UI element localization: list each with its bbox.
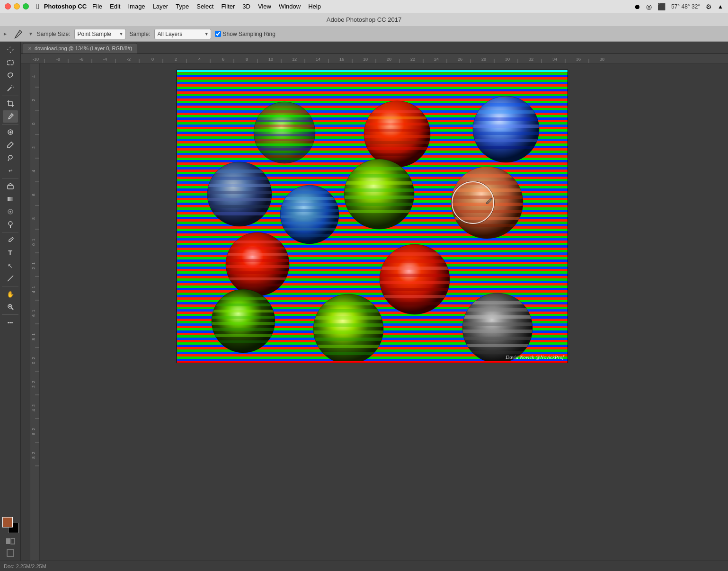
clone-stamp-tool[interactable] — [3, 152, 18, 164]
svg-rect-188 — [449, 181, 525, 185]
pen-tool[interactable] — [3, 234, 18, 246]
svg-text:38: 38 — [600, 57, 604, 62]
svg-text:16: 16 — [339, 57, 344, 62]
svg-rect-159 — [205, 191, 274, 194]
eyedropper-tool-icon[interactable] — [11, 27, 25, 41]
svg-rect-167 — [343, 174, 416, 178]
app-name[interactable]: Photoshop CC — [44, 3, 87, 10]
sample-size-label: Sample Size: — [37, 31, 71, 37]
svg-rect-189 — [449, 188, 525, 192]
gradient-tool[interactable] — [3, 193, 18, 205]
eraser-tool[interactable] — [3, 180, 18, 192]
menu-layer[interactable]: Layer — [149, 2, 172, 11]
svg-rect-224 — [210, 316, 276, 319]
sample-select-wrapper[interactable]: All Layers Current Layer Current & Below… — [154, 29, 211, 39]
screen-mode-button[interactable] — [3, 547, 18, 559]
lasso-tool[interactable] — [3, 69, 18, 81]
blur-tool[interactable] — [3, 205, 18, 218]
history-tool[interactable]: ↩ — [3, 164, 18, 177]
color-swatches-container — [2, 517, 18, 533]
show-sampling-ring-label[interactable]: Show Sampling Ring — [215, 31, 275, 37]
move-tool[interactable] — [3, 44, 18, 56]
svg-text:22: 22 — [410, 57, 415, 62]
healing-tool[interactable] — [3, 126, 18, 138]
brush-tool[interactable] — [3, 139, 18, 151]
menu-3d[interactable]: 3D — [239, 2, 254, 11]
canvas-viewport[interactable]: David Novick @NovickProf — [40, 63, 728, 561]
svg-rect-225 — [210, 322, 276, 325]
menu-view[interactable]: View — [254, 2, 275, 11]
sample-select[interactable]: All Layers Current Layer Current & Below — [154, 29, 211, 39]
menu-file[interactable]: File — [89, 2, 106, 11]
svg-rect-190 — [449, 196, 525, 199]
quick-mask-button[interactable] — [3, 535, 18, 547]
svg-rect-214 — [378, 281, 452, 284]
svg-text:6: 6 — [31, 194, 36, 196]
recording-icon: ⏺ — [634, 3, 640, 10]
svg-rect-201 — [224, 253, 291, 256]
svg-rect-237 — [312, 338, 385, 341]
svg-text:20: 20 — [387, 57, 391, 62]
svg-rect-203 — [224, 265, 291, 268]
zoom-tool[interactable] — [3, 301, 18, 313]
eyedropper-tool[interactable] — [3, 110, 18, 123]
tab-close-icon[interactable]: ✕ — [28, 46, 32, 51]
foreground-color-swatch[interactable] — [2, 517, 13, 527]
app-title: Adobe Photoshop CC 2017 — [327, 16, 401, 23]
apple-menu[interactable]:  — [36, 2, 39, 11]
sample-size-select[interactable]: Point Sample 3 by 3 Average 5 by 5 Avera… — [74, 29, 126, 39]
svg-line-6 — [12, 86, 13, 86]
svg-rect-25 — [6, 538, 10, 544]
svg-rect-141 — [362, 147, 433, 150]
svg-rect-137 — [362, 123, 433, 125]
extra-tools[interactable]: ••• — [3, 316, 18, 329]
menu-window[interactable]: Window — [275, 2, 304, 11]
menu-edit[interactable]: Edit — [106, 2, 124, 11]
svg-rect-129 — [253, 139, 317, 141]
svg-rect-199 — [224, 241, 291, 243]
close-button[interactable] — [5, 3, 11, 9]
svg-line-7 — [11, 115, 12, 116]
magic-wand-tool[interactable] — [3, 82, 18, 94]
dodge-tool[interactable] — [3, 218, 18, 231]
minimize-button[interactable] — [14, 3, 20, 9]
svg-line-0 — [18, 32, 20, 34]
maximize-button[interactable] — [23, 3, 29, 9]
svg-rect-1 — [8, 61, 13, 65]
svg-text:6: 6 — [222, 57, 224, 62]
svg-rect-150 — [471, 132, 542, 135]
svg-rect-130 — [253, 143, 317, 146]
crop-tool[interactable] — [3, 98, 18, 110]
marquee-tool[interactable] — [3, 56, 18, 69]
svg-rect-191 — [449, 203, 525, 206]
canvas-image: David Novick @NovickProf — [177, 70, 568, 363]
svg-rect-146 — [471, 103, 542, 107]
menu-type[interactable]: Type — [172, 2, 193, 11]
svg-rect-147 — [471, 110, 542, 114]
type-tool[interactable]: T — [3, 247, 18, 259]
svg-rect-235 — [312, 323, 385, 327]
svg-rect-192 — [449, 210, 525, 213]
svg-line-20 — [8, 276, 13, 281]
extension-icon: ⬛ — [657, 3, 666, 10]
traffic-lights[interactable] — [5, 3, 29, 9]
watermark: David Novick @NovickProf — [506, 354, 564, 360]
svg-rect-244 — [461, 308, 534, 312]
svg-text:8: 8 — [31, 217, 36, 220]
status-bar: Doc: 2.25M/2.25M — [0, 561, 728, 571]
menu-select[interactable]: Select — [193, 2, 217, 11]
expand-arrow[interactable]: ► — [3, 31, 8, 36]
sample-size-select-wrapper[interactable]: Point Sample 3 by 3 Average 5 by 5 Avera… — [74, 29, 126, 39]
menu-help[interactable]: Help — [304, 2, 325, 11]
menu-filter[interactable]: Filter — [217, 2, 239, 11]
svg-rect-12 — [8, 186, 13, 189]
shape-tool[interactable] — [3, 272, 18, 285]
hand-tool[interactable]: ✋ — [3, 288, 18, 300]
svg-rect-124 — [253, 115, 317, 117]
menu-image[interactable]: Image — [124, 2, 149, 11]
path-selection-tool[interactable]: ↖ — [3, 259, 18, 272]
settings-icon[interactable]: ⚙ — [706, 3, 712, 10]
tab-download-png[interactable]: ✕ download.png @ 134% (Layer 0, RGB/8#) — [23, 43, 137, 54]
show-sampling-ring-checkbox[interactable] — [215, 31, 221, 37]
tool-preset-arrow[interactable]: ▼ — [28, 31, 33, 36]
